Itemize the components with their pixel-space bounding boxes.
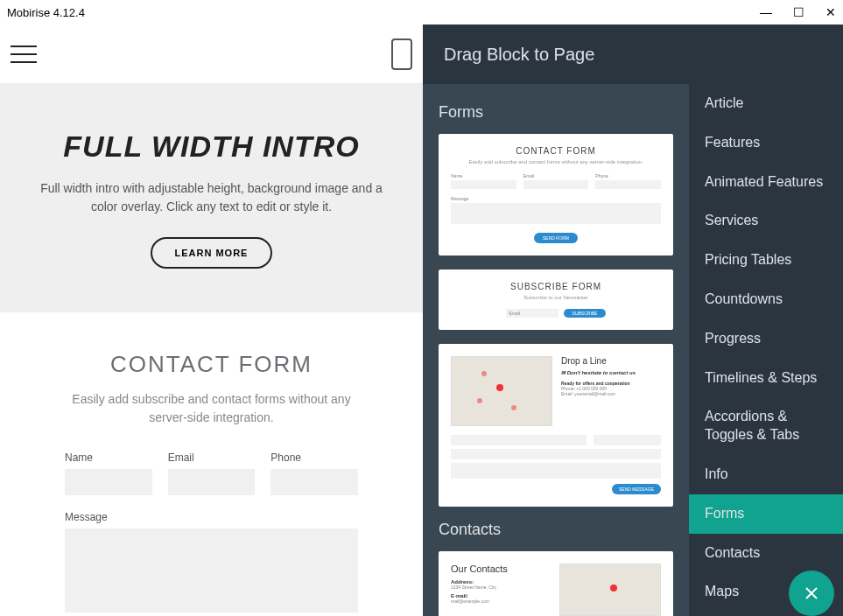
- intro-block[interactable]: FULL WIDTH INTRO Full width intro with a…: [0, 84, 423, 312]
- category-pricing-tables[interactable]: Pricing Tables: [689, 241, 843, 280]
- maximize-button[interactable]: ☐: [793, 5, 804, 19]
- learn-more-button[interactable]: LEARN MORE: [151, 237, 273, 269]
- minimize-button[interactable]: —: [760, 5, 772, 19]
- block-thumb-our-contacts[interactable]: Our Contacts Address: 1234 Street Name, …: [439, 551, 673, 616]
- canvas-area: FULL WIDTH INTRO Full width intro with a…: [0, 24, 423, 616]
- message-textarea[interactable]: [65, 528, 358, 612]
- map-thumbnail-icon: [451, 356, 552, 426]
- close-icon: [803, 584, 820, 602]
- panel-header: Drag Block to Page: [423, 24, 843, 84]
- phone-input[interactable]: [270, 469, 358, 495]
- blocks-panel: Drag Block to Page Forms CONTACT FORM Ea…: [423, 24, 843, 616]
- intro-subtitle[interactable]: Full width intro with adjustable height,…: [26, 179, 397, 216]
- email-label: Email: [168, 452, 256, 464]
- name-input[interactable]: [65, 469, 152, 495]
- section-contacts: Contacts: [439, 521, 673, 539]
- contact-subtitle[interactable]: Easily add subscribe and contact forms w…: [65, 390, 358, 427]
- category-services[interactable]: Services: [689, 201, 843, 241]
- category-progress[interactable]: Progress: [689, 319, 843, 359]
- category-features[interactable]: Features: [689, 123, 843, 163]
- close-panel-button[interactable]: [789, 570, 834, 616]
- block-thumb-subscribe-form[interactable]: SUBSCRIBE FORM Subscribe to our Newslett…: [439, 270, 673, 330]
- message-label: Message: [65, 511, 358, 523]
- app-title: Mobirise 4.12.4: [7, 6, 85, 19]
- block-thumb-contact-form[interactable]: CONTACT FORM Easily add subscribe and co…: [439, 134, 673, 256]
- envelope-icon: ✉: [561, 370, 566, 375]
- intro-title[interactable]: FULL WIDTH INTRO: [26, 130, 397, 164]
- blocks-list[interactable]: Forms CONTACT FORM Easily add subscribe …: [423, 84, 689, 616]
- section-forms: Forms: [439, 103, 673, 122]
- category-countdowns[interactable]: Countdowns: [689, 280, 843, 319]
- category-timelines-steps[interactable]: Timelines & Steps: [689, 359, 843, 398]
- category-accordions-toggles-tabs[interactable]: Accordions & Toggles & Tabs: [689, 397, 843, 455]
- close-button[interactable]: ✕: [825, 5, 836, 19]
- name-label: Name: [65, 452, 152, 464]
- category-contacts[interactable]: Contacts: [689, 534, 843, 573]
- category-article[interactable]: Article: [689, 84, 843, 123]
- category-list: ArticleFeaturesAnimated FeaturesServices…: [689, 84, 843, 616]
- titlebar: Mobirise 4.12.4 — ☐ ✕: [0, 0, 843, 24]
- map-thumbnail-icon: [559, 564, 661, 616]
- category-info[interactable]: Info: [689, 455, 843, 494]
- mobile-device-icon[interactable]: [391, 38, 412, 70]
- phone-label: Phone: [270, 452, 358, 464]
- block-thumb-drop-a-line[interactable]: Drop a Line ✉ Don't hesitate to contact …: [439, 344, 673, 507]
- hamburger-icon[interactable]: [11, 46, 37, 63]
- email-input[interactable]: [168, 469, 256, 495]
- category-forms[interactable]: Forms: [689, 494, 843, 534]
- contact-form-block[interactable]: CONTACT FORM Easily add subscribe and co…: [0, 312, 423, 616]
- contact-title[interactable]: CONTACT FORM: [65, 351, 358, 378]
- category-animated-features[interactable]: Animated Features: [689, 163, 843, 202]
- editor-topbar: [0, 24, 423, 84]
